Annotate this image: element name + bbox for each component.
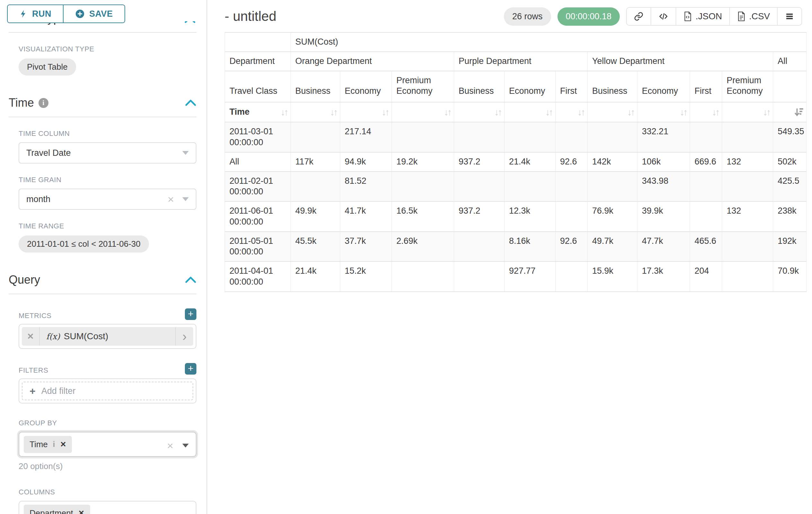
value-cell: 45.5k [291,232,340,262]
group-by-select[interactable]: Timei✕ × [19,432,196,457]
add-filter-button[interactable]: + Add filter [22,382,193,400]
chevron-down-icon [182,151,189,155]
sort-icon[interactable]: ↓↑ [712,106,720,118]
sort-descending-active-icon[interactable] [793,107,804,117]
time-range-label: TIME RANGE [19,222,196,230]
sort-header[interactable]: ↓↑ [556,102,588,122]
sort-header[interactable]: ↓↑ [392,102,454,122]
row-label: All [225,152,291,171]
value-cell: 937.2 [454,201,504,232]
section-divider [9,294,196,294]
run-button[interactable]: RUN [8,5,63,23]
viz-type-pill[interactable]: Pivot Table [19,58,76,76]
row-count-badge: 26 rows [504,7,551,26]
chart-title[interactable]: - untitled [225,9,276,24]
sort-icon[interactable]: ↓↑ [763,106,771,118]
clear-icon[interactable]: × [167,440,173,451]
sort-icon[interactable]: ↓↑ [281,106,289,118]
sort-icon[interactable]: ↓↑ [680,106,688,118]
sort-header[interactable] [773,102,807,122]
value-cell: 502k [773,152,807,171]
value-cell: 21.4k [291,262,340,292]
value-cell: 142k [588,152,637,171]
table-row: 2011-02-01 00:00:0081.52343.98425.5 [225,171,807,202]
chart-area: - untitled 26 rows 00:00:00.18 [207,0,812,514]
run-save-button-group: RUN SAVE [7,4,125,23]
travel-class-header [773,71,807,103]
plus-icon: + [30,386,36,396]
value-cell: 12.3k [504,201,556,232]
sort-icon[interactable]: ↓↑ [627,106,635,118]
sort-header[interactable]: ↓↑ [454,102,504,122]
info-icon: i [38,98,49,108]
sort-icon[interactable]: ↓↑ [577,106,585,118]
remove-tag-icon[interactable]: ✕ [78,509,84,514]
value-cell: 76.9k [588,201,637,232]
value-cell: 132 [722,152,773,171]
time-grain-select[interactable]: month × [19,189,196,210]
group-by-options-note: 20 option(s) [19,461,206,471]
sort-header[interactable]: ↓↑ [291,102,340,122]
sort-header[interactable]: ↓↑ [690,102,722,122]
pivot-table: SUM(Cost)DepartmentOrange DepartmentPurp… [225,32,807,292]
chevron-right-icon[interactable]: › [175,327,193,346]
sort-header[interactable]: ↓↑ [722,102,773,122]
travel-class-header: Economy [504,71,556,103]
sort-header-time[interactable]: Time↓↑ [225,102,291,122]
panel-topbar: RUN SAVE [0,0,206,21]
view-query-button[interactable] [650,8,675,25]
add-metric-button[interactable]: + [185,308,196,320]
value-cell [291,171,340,202]
sort-icon[interactable]: ↓↑ [330,106,338,118]
export-json-button[interactable]: .JSON [675,8,729,25]
plus-circle-icon [75,9,85,19]
value-cell: 549.35 [773,122,807,152]
sort-header[interactable]: ↓↑ [637,102,690,122]
value-cell: 132 [722,201,773,232]
sort-icon[interactable]: ↓↑ [494,106,502,118]
time-section-header[interactable]: Time i [9,96,196,110]
travel-class-header: Premium Economy [392,71,454,103]
time-column-select[interactable]: Travel Date [19,142,196,164]
value-cell: 15.9k [588,262,637,292]
group-by-label: GROUP BY [19,419,196,427]
sort-icon[interactable]: ↓↑ [545,106,553,118]
value-cell: 49.9k [291,201,340,232]
value-cell: 117k [291,152,340,171]
export-csv-button[interactable]: .CSV [729,8,777,25]
query-section-header[interactable]: Query [9,273,196,287]
clear-icon[interactable]: × [168,194,174,205]
sort-icon[interactable]: ↓↑ [382,106,389,118]
value-cell [690,171,722,202]
selected-tag-time[interactable]: Timei✕ [24,436,72,453]
sort-header[interactable]: ↓↑ [504,102,556,122]
selected-tag-department[interactable]: Department✕ [24,505,90,514]
csv-file-icon [737,11,746,22]
sort-header[interactable]: ↓↑ [588,102,637,122]
time-range-pill[interactable]: 2011-01-01 ≤ col < 2011-06-30 [19,236,149,252]
column-group-header: Purple Department [454,52,588,71]
value-cell: 465.6 [690,232,722,262]
add-filter-plus-button[interactable]: + [185,363,196,375]
info-icon: i [53,440,55,449]
json-file-icon [683,11,692,22]
sort-icon[interactable]: ↓↑ [444,106,452,118]
sort-header[interactable]: ↓↑ [340,102,392,122]
value-cell: 47.7k [637,232,690,262]
remove-tag-icon[interactable]: ✕ [60,440,66,449]
value-cell [504,171,556,202]
query-section-title: Query [9,273,40,287]
value-cell: 21.4k [504,152,556,171]
value-cell: 204 [690,262,722,292]
value-cell: 49.7k [588,232,637,262]
more-options-button[interactable] [777,8,802,25]
value-cell: 94.9k [340,152,392,171]
metric-pill[interactable]: ✕ f(x) SUM(Cost) › [22,327,193,346]
copy-link-button[interactable] [627,8,650,25]
chevron-up-icon[interactable] [185,276,196,284]
remove-metric-icon[interactable]: ✕ [22,327,40,346]
save-button[interactable]: SAVE [63,5,124,23]
columns-select[interactable]: Department✕Travel Class✕ × [19,501,196,514]
chevron-up-icon[interactable] [185,99,196,107]
travel-class-header: Economy [340,71,392,103]
